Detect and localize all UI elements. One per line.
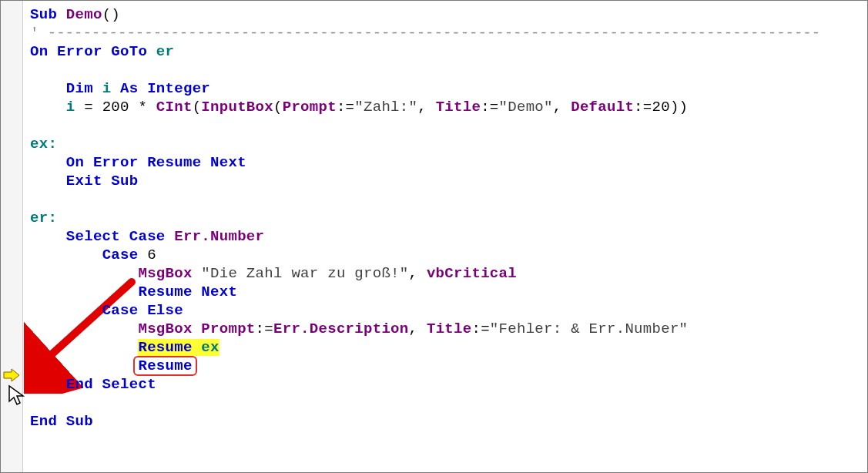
svg-marker-0	[4, 369, 19, 381]
named-arg-prompt2: Prompt	[201, 320, 255, 337]
code-line[interactable]: On Error Resume Next	[30, 153, 853, 172]
type-integer: Integer	[147, 80, 210, 97]
keyword-else: Else	[147, 302, 183, 319]
fn-msgbox2: MsgBox	[138, 320, 192, 337]
string-demo: "Demo"	[499, 99, 553, 116]
divider-comment: ' --------------------------------------…	[30, 24, 853, 42]
string-zu-gross: "Die Zahl war zu groß!"	[201, 265, 408, 282]
code-line[interactable]: Sub Demo()	[30, 5, 853, 24]
code-line-resume[interactable]: Resume	[30, 357, 853, 375]
const-vbcritical: vbCritical	[427, 265, 517, 282]
keyword-sub: Sub	[30, 6, 57, 23]
keyword-case-else-case: Case	[102, 302, 139, 319]
code-editor-frame: Sub Demo() ' ---------------------------…	[0, 0, 868, 473]
label-er[interactable]: er:	[30, 209, 853, 227]
code-line[interactable]: MsgBox "Die Zahl war zu groß!", vbCritic…	[30, 264, 853, 283]
keyword-select-case: Select Case	[66, 228, 166, 245]
obj-err2: Err	[273, 320, 300, 337]
num-default: 20	[652, 99, 670, 116]
keyword-end-sub: End Sub	[30, 413, 93, 430]
code-line[interactable]: i = 200 * CInt(InputBox(Prompt:="Zahl:",…	[30, 98, 853, 116]
code-line[interactable]: Resume Next	[30, 283, 853, 301]
obj-err: Err	[174, 228, 201, 245]
keyword-on-error-resume-next: On Error Resume Next	[66, 154, 246, 171]
code-line[interactable]: Dim i As Integer	[30, 79, 853, 98]
code-line[interactable]: MsgBox Prompt:=Err.Description, Title:="…	[30, 320, 853, 338]
fn-inputbox: InputBox	[201, 99, 273, 116]
keyword-dim: Dim	[66, 80, 93, 97]
string-zahl: "Zahl:"	[354, 99, 417, 116]
code-line[interactable]: Select Case Err.Number	[30, 227, 853, 246]
label-ref-er: er	[156, 43, 174, 60]
code-line[interactable]: End Select	[30, 375, 853, 394]
blank-line	[30, 61, 853, 79]
keyword-case: Case	[102, 247, 139, 263]
code-line[interactable]: Case Else	[30, 301, 853, 320]
code-line[interactable]: Case 6	[30, 246, 853, 264]
code-line[interactable]: On Error GoTo er	[30, 42, 853, 61]
parens: ()	[102, 6, 120, 23]
prop-number: .Number	[201, 228, 264, 245]
mouse-cursor-icon	[7, 384, 27, 408]
blank-line	[30, 394, 853, 412]
code-line[interactable]: End Sub	[30, 412, 853, 431]
keyword-on-error-goto: On Error GoTo	[30, 43, 147, 60]
keyword-exit-sub: Exit Sub	[66, 173, 139, 190]
named-arg-title: Title	[436, 99, 481, 116]
prop-description: .Description	[300, 320, 408, 337]
code-line-resume-ex[interactable]: Resume ex	[30, 338, 853, 357]
named-arg-title2: Title	[427, 320, 472, 337]
named-arg-default: Default	[571, 99, 634, 116]
keyword-resume: Resume	[138, 357, 192, 374]
code-line[interactable]: Exit Sub	[30, 172, 853, 190]
keyword-as: As	[120, 80, 138, 97]
string-fehler: "Fehler: & Err.Number"	[490, 320, 688, 337]
blank-line	[30, 190, 853, 209]
blank-line	[30, 116, 853, 135]
keyword-end-select: End Select	[66, 376, 156, 393]
keyword-resume-ex: Resume	[138, 339, 192, 356]
sub-name: Demo	[66, 6, 102, 23]
named-arg-prompt: Prompt	[283, 99, 337, 116]
fn-msgbox: MsgBox	[138, 265, 192, 282]
label-ex[interactable]: ex:	[30, 135, 853, 153]
keyword-resume-next: Resume Next	[138, 283, 237, 300]
label-ref-ex: ex	[201, 339, 219, 356]
svg-marker-1	[9, 386, 23, 404]
code-area[interactable]: Sub Demo() ' ---------------------------…	[30, 5, 853, 431]
identifier-i: i	[102, 80, 112, 97]
fn-cint: CInt	[156, 99, 193, 116]
execution-pointer-icon[interactable]	[2, 367, 21, 383]
num-six: 6	[147, 247, 156, 263]
